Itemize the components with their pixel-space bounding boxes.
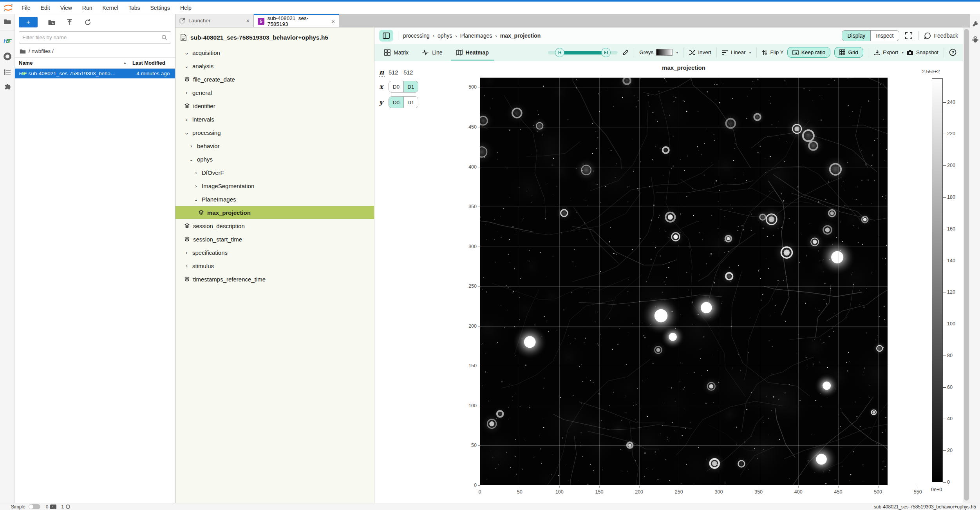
inspect-mode-button[interactable]: Inspect [870,31,899,41]
menu-run[interactable]: Run [77,2,98,14]
tree-item-ophys[interactable]: ⌄ophys [175,152,374,166]
menu-help[interactable]: Help [175,2,197,14]
tree-item-processing[interactable]: ⌄processing [175,126,374,139]
file-browser-breadcrumb[interactable]: / nwbfiles / [15,47,175,57]
terminal-icon[interactable]: ›_ [50,505,56,509]
y-axis-ticks: 050100150200250300350400450500 [374,61,477,503]
domain-slider[interactable] [548,47,618,58]
panel-scrollbar[interactable] [963,27,970,503]
tree-item-label: max_projection [207,209,251,216]
menu-kernel[interactable]: Kernel [97,2,123,14]
tree-item-stimulus[interactable]: ›stimulus [175,259,374,272]
x-tick-mark [639,486,640,488]
matrix-icon [384,49,391,56]
scrollbar-thumb[interactable] [964,29,969,501]
feedback-button[interactable]: Feedback [924,32,958,39]
new-folder-icon[interactable] [48,18,56,26]
colormap-selector[interactable]: Greys ▾ [638,49,680,56]
tree-item-file-create-date[interactable]: file_create_date [175,73,374,86]
export-button[interactable]: Export ▾ [873,49,905,55]
name-column-header[interactable]: Name ▲ [19,60,132,66]
heatmap-canvas[interactable] [480,78,888,485]
chevron-down-icon: ⌄ [189,156,194,162]
tree-item-general[interactable]: ›general [175,86,374,99]
tree-item-session-description[interactable]: session_description [175,219,374,232]
chevron-right-icon: › [433,33,434,39]
filter-files-input[interactable] [22,34,161,40]
menu-bar: File Edit View Run Kernel Tabs Settings … [0,2,980,14]
flip-y-button[interactable]: Flip Y [760,49,785,56]
matrix-view-tab[interactable]: Matrix [379,44,414,61]
tab-h5-label: sub-408021_ses-7585193 [268,15,328,27]
slider-max-handle[interactable] [601,48,611,57]
tree-item-identifier[interactable]: identifier [175,99,374,113]
file-row-selected[interactable]: H5F sub-408021_ses-758519303_beha… 4 min… [15,69,175,78]
h5-file-title[interactable]: sub-408021_ses-758519303_behavior+ophys.… [175,27,374,46]
help-button[interactable]: ? [947,49,958,56]
kernel-sessions-count[interactable]: 1 [61,504,64,510]
tree-item-max-projection[interactable]: max_projection [175,206,374,219]
close-tab-icon[interactable]: × [246,17,250,24]
toggle-explorer-button[interactable] [379,30,393,42]
chevron-down-icon: ▾ [676,50,678,54]
tree-item-intervals[interactable]: ›intervals [175,113,374,126]
refresh-icon[interactable] [84,18,92,26]
crumb-processing[interactable]: processing [403,33,430,39]
file-name: sub-408021_ses-758519303_beha… [26,71,137,76]
menu-edit[interactable]: Edit [36,2,55,14]
tree-item-behavior[interactable]: ›behavior [175,139,374,152]
extension-manager-icon[interactable] [2,83,13,93]
menu-tabs[interactable]: Tabs [123,2,145,14]
fullscreen-icon[interactable] [905,32,913,40]
tree-item-DfOverF[interactable]: ›DfOverF [175,166,374,179]
line-view-tab[interactable]: Line [417,44,447,61]
keep-ratio-toggle[interactable]: Keep ratio [787,47,831,58]
simple-mode-toggle[interactable] [29,504,40,509]
running-sessions-icon[interactable] [2,51,13,62]
tree-item-label: timestamps_reference_time [193,276,266,283]
upload-icon[interactable] [66,18,74,26]
tree-item-analysis[interactable]: ⌄analysis [175,59,374,73]
tab-launcher[interactable]: Launcher × [175,14,254,27]
colorbar-min-label: 0e+0 [931,487,942,492]
colorbar-tick-mark [943,229,946,229]
property-inspector-icon[interactable] [972,20,979,27]
dataset-icon [184,236,190,242]
colorbar[interactable] [932,78,943,482]
y-tick-mark [478,406,480,406]
kernel-icon[interactable] [66,505,70,509]
download-icon [874,49,880,55]
colorbar-tick-mark [943,102,946,103]
invert-colormap-button[interactable]: Invert [687,49,713,55]
hdf5-browser-icon[interactable]: H5F [2,36,13,46]
tree-item-ImageSegmentation[interactable]: ›ImageSegmentation [175,179,374,192]
close-tab-icon[interactable]: × [331,18,335,25]
x-tick-label: 0 [479,489,481,495]
crumb-planeimages[interactable]: PlaneImages [460,33,492,39]
tab-h5-file[interactable]: 5 sub-408021_ses-7585193 × [254,14,339,27]
heatmap-view-tab[interactable]: Heatmap [451,44,494,61]
new-launcher-button[interactable]: + [19,17,38,27]
menu-file[interactable]: File [16,2,36,14]
y-tick-label: 300 [468,244,477,249]
file-browser-icon[interactable] [2,16,13,27]
table-of-contents-icon[interactable] [2,67,13,77]
tree-item-timestamps-reference-time[interactable]: timestamps_reference_time [175,272,374,286]
terminal-sessions-count[interactable]: 0 [46,504,49,510]
tree-item-acquisition[interactable]: ⌄acquisition [175,46,374,59]
slider-min-handle[interactable] [555,48,564,57]
last-modified-column-header[interactable]: Last Modified [132,60,165,66]
debugger-bug-icon[interactable] [972,36,979,43]
menu-settings[interactable]: Settings [145,2,175,14]
crumb-ophys[interactable]: ophys [438,33,452,39]
grid-toggle[interactable]: Grid [834,47,863,58]
edit-domain-button[interactable] [621,49,630,56]
tree-item-PlaneImages[interactable]: ⌄PlaneImages [175,192,374,206]
tree-item-label: session_start_time [193,236,242,243]
tree-item-session-start-time[interactable]: session_start_time [175,232,374,246]
display-mode-button[interactable]: Display [842,31,870,41]
menu-view[interactable]: View [55,2,77,14]
tree-item-specifications[interactable]: ›specifications [175,246,374,259]
snapshot-button[interactable]: Snapshot [905,49,940,55]
scale-selector[interactable]: Linear ▾ [720,49,753,55]
